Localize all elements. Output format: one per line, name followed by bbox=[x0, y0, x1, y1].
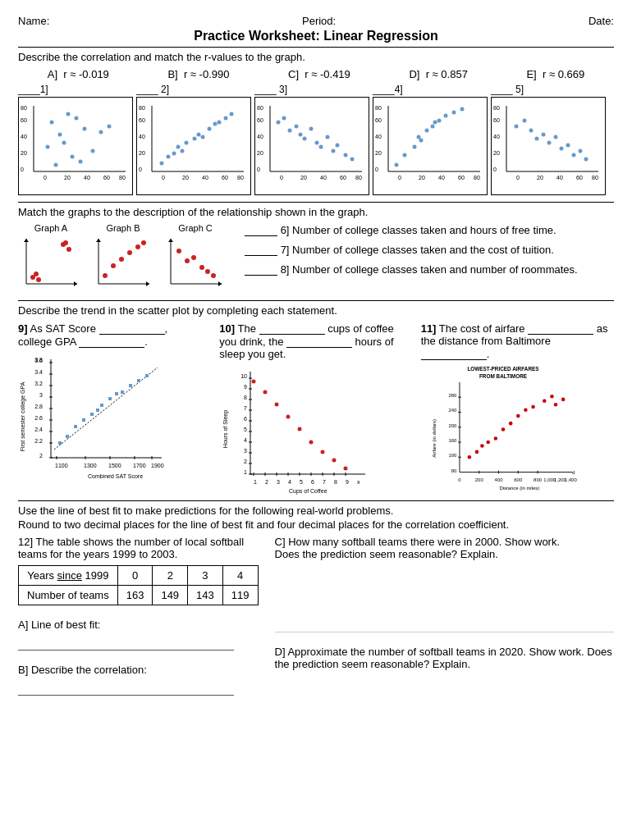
blank-8[interactable] bbox=[245, 262, 277, 276]
svg-text:3.8: 3.8 bbox=[34, 357, 43, 363]
rval-e: E] r ≈ 0.669 bbox=[526, 68, 584, 80]
svg-point-120 bbox=[560, 147, 564, 151]
svg-point-122 bbox=[572, 153, 576, 158]
svg-point-288 bbox=[493, 436, 497, 441]
svg-text:FROM BALTIMORE: FROM BALTIMORE bbox=[479, 373, 528, 379]
graph-label-3: ____ 3] bbox=[254, 84, 287, 95]
svg-text:40: 40 bbox=[375, 134, 382, 139]
part-d-answer[interactable] bbox=[275, 677, 614, 726]
svg-point-96 bbox=[444, 114, 448, 118]
divider-3 bbox=[18, 300, 614, 301]
svg-text:40: 40 bbox=[493, 134, 500, 139]
svg-point-292 bbox=[524, 408, 528, 412]
svg-point-43 bbox=[193, 137, 197, 141]
svg-point-119 bbox=[554, 135, 558, 139]
graph-label-2: ____ 2] bbox=[136, 84, 169, 95]
blank-7[interactable] bbox=[245, 243, 277, 256]
svg-point-285 bbox=[474, 450, 479, 454]
blank-11a[interactable] bbox=[528, 322, 593, 335]
blank-9a[interactable] bbox=[99, 322, 165, 335]
svg-text:LOWEST-PRICED AIRFARES: LOWEST-PRICED AIRFARES bbox=[467, 366, 539, 372]
mini-graph-c-svg bbox=[163, 235, 228, 292]
svg-text:60: 60 bbox=[257, 117, 263, 123]
svg-text:6: 6 bbox=[311, 479, 314, 485]
header-row: Name: Period: Date: bbox=[18, 15, 614, 27]
svg-point-98 bbox=[460, 107, 465, 112]
svg-text:8: 8 bbox=[334, 479, 337, 485]
blank-11b[interactable] bbox=[421, 347, 487, 360]
period-label: Period: bbox=[302, 15, 336, 27]
svg-rect-177 bbox=[82, 418, 85, 422]
svg-point-15 bbox=[83, 127, 87, 131]
svg-text:Distance (in miles): Distance (in miles) bbox=[499, 486, 539, 491]
svg-point-13 bbox=[58, 133, 62, 137]
col-header-years: Years since 1999 bbox=[19, 566, 118, 586]
svg-marker-137 bbox=[146, 281, 149, 286]
svg-text:7: 7 bbox=[323, 479, 326, 485]
svg-text:8: 8 bbox=[244, 395, 247, 400]
svg-text:60: 60 bbox=[375, 117, 382, 123]
svg-text:5: 5 bbox=[300, 479, 303, 485]
svg-point-153 bbox=[205, 269, 210, 274]
svg-text:60: 60 bbox=[21, 117, 27, 123]
blank-10a[interactable] bbox=[259, 322, 325, 335]
svg-point-40 bbox=[176, 145, 181, 149]
svg-text:2.8: 2.8 bbox=[34, 404, 43, 409]
table-col: 12] The table shows the number of local … bbox=[18, 536, 259, 696]
svg-text:20: 20 bbox=[64, 175, 71, 180]
svg-point-149 bbox=[176, 249, 181, 253]
svg-point-17 bbox=[62, 141, 66, 145]
svg-text:20: 20 bbox=[493, 150, 500, 156]
desc-8-text: 8] Number of college classes taken and n… bbox=[281, 263, 578, 276]
part-c-answer[interactable] bbox=[275, 567, 614, 632]
svg-text:10: 10 bbox=[241, 373, 248, 379]
svg-text:80: 80 bbox=[257, 105, 263, 111]
mini-graph-c-label: Graph C bbox=[178, 223, 213, 233]
col-teams-163: 163 bbox=[117, 586, 153, 605]
svg-point-284 bbox=[467, 455, 471, 459]
part-c-text: C] How many softball teams there were in… bbox=[275, 536, 614, 560]
svg-point-140 bbox=[111, 263, 116, 268]
section4-row: 12] The table shows the number of local … bbox=[18, 536, 614, 726]
scatter-svg-1: 0 20 40 60 80 0 20 40 60 80 bbox=[19, 98, 132, 186]
svg-text:0: 0 bbox=[162, 175, 165, 180]
svg-point-245 bbox=[252, 380, 256, 384]
svg-marker-147 bbox=[218, 281, 222, 286]
svg-text:200: 200 bbox=[448, 423, 457, 428]
scatter-box-3: 0 20 40 60 80 0 20 40 60 80 bbox=[254, 97, 369, 195]
svg-marker-127 bbox=[74, 281, 77, 286]
svg-text:80: 80 bbox=[119, 175, 126, 180]
svg-text:0: 0 bbox=[493, 167, 497, 172]
correlation-answer[interactable] bbox=[18, 679, 234, 696]
blank-6[interactable] bbox=[245, 223, 277, 236]
svg-point-250 bbox=[309, 441, 314, 445]
mini-graph-c: Graph C bbox=[163, 223, 228, 292]
svg-text:2: 2 bbox=[39, 453, 43, 459]
mini-graphs: Graph A Graph B bbox=[18, 223, 228, 292]
section1-instruction: Describe the correlation and match the r… bbox=[18, 51, 614, 63]
blank-9b[interactable] bbox=[79, 335, 144, 348]
svg-point-50 bbox=[230, 112, 234, 116]
svg-point-46 bbox=[208, 127, 212, 131]
descriptions-col: 6] Number of college classes taken and h… bbox=[236, 223, 614, 282]
col-teams-143: 143 bbox=[188, 586, 223, 605]
chart11-container: LOWEST-PRICED AIRFARES FROM BALTIMORE Ai… bbox=[421, 363, 614, 497]
col-header-2: 2 bbox=[153, 566, 188, 586]
section4-instruction2: Round to two decimal places for the line… bbox=[18, 518, 614, 531]
graph-label-4: ____4] bbox=[373, 84, 403, 95]
svg-text:1300: 1300 bbox=[84, 463, 97, 468]
svg-point-75 bbox=[344, 153, 348, 158]
blank-10b[interactable] bbox=[286, 335, 352, 348]
svg-text:20: 20 bbox=[419, 175, 425, 180]
mini-graph-a-svg bbox=[18, 235, 84, 292]
scatter-box-5: 0 20 40 60 80 0 20 40 60 80 bbox=[491, 97, 606, 195]
graph-slot-5: ____ 5] 0 20 40 60 80 0 20 40 60 80 bbox=[491, 84, 606, 195]
line-fit-answer[interactable] bbox=[18, 634, 234, 651]
svg-point-249 bbox=[298, 427, 302, 431]
svg-text:800: 800 bbox=[534, 477, 543, 482]
svg-point-121 bbox=[566, 144, 570, 148]
svg-text:0: 0 bbox=[516, 175, 520, 180]
svg-line-173 bbox=[54, 368, 158, 450]
svg-point-289 bbox=[501, 427, 505, 431]
svg-text:1100: 1100 bbox=[55, 463, 68, 468]
